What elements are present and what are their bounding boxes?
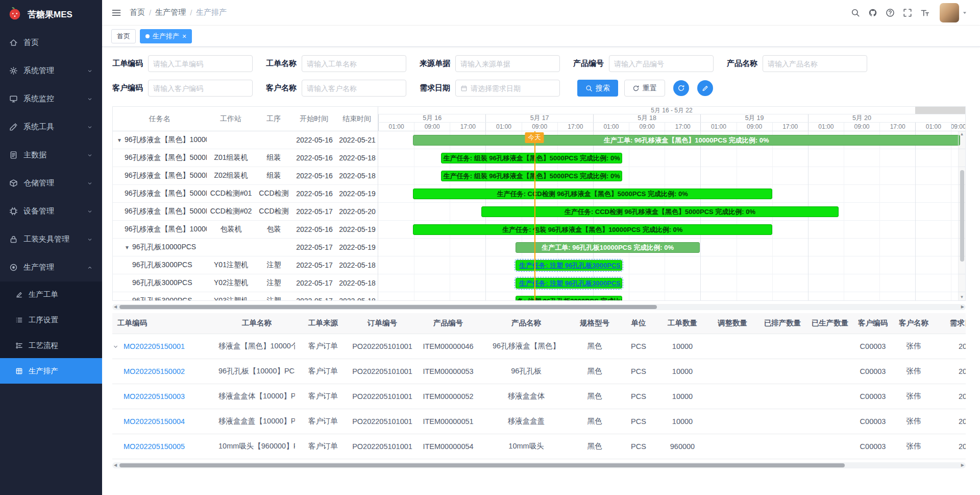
sidebar-item-production[interactable]: 生产管理 <box>0 253 102 281</box>
order-link[interactable]: MO202205150005 <box>124 442 185 451</box>
font-size-icon[interactable] <box>920 8 929 17</box>
demand-date-field[interactable] <box>455 80 560 97</box>
gantt-grid-row[interactable]: 96孔移液盒【黑色】5000PCSCCD检测#01CCD检测2022-05-16… <box>113 185 378 203</box>
gantt-grid-row[interactable]: 96孔孔板3000PCSY03注塑机注塑2022-05-172022-05-18 <box>113 292 378 300</box>
tab-scheduling[interactable]: 生产排产× <box>140 29 192 43</box>
scroll-left-icon[interactable]: ◀ <box>114 304 117 310</box>
tree-expand-icon[interactable]: ▼ <box>117 137 122 143</box>
grid-icon <box>15 367 23 375</box>
scrollbar-thumb[interactable] <box>119 305 657 309</box>
sidebar-item-warehouse[interactable]: 仓储管理 <box>0 169 102 197</box>
gantt-cell-start-time: 2022-05-17 <box>292 297 336 300</box>
sidebar-item-master-data[interactable]: 主数据 <box>0 141 102 169</box>
breadcrumb-item[interactable]: 生产管理 <box>155 8 186 17</box>
gantt-grid-row[interactable]: ▼96孔孔板10000PCS2022-05-172022-05-19 <box>113 239 378 256</box>
order-link[interactable]: MO202205150003 <box>124 392 185 400</box>
tab-home[interactable]: 首页 <box>111 29 136 43</box>
work-order-code-field[interactable] <box>148 55 253 72</box>
expand-row-icon[interactable] <box>112 343 124 350</box>
gantt-grid-row[interactable]: 96孔移液盒【黑色】10000PCS包装机包装2022-05-162022-05… <box>113 221 378 239</box>
order-link[interactable]: MO202205150002 <box>124 367 185 375</box>
customer-name-input[interactable] <box>307 84 401 92</box>
gantt-horizontal-scrollbar[interactable]: ◀ ▶ <box>112 304 966 310</box>
product-no-input[interactable] <box>614 60 708 68</box>
order-link[interactable]: MO202205150004 <box>124 417 185 426</box>
source-doc-input[interactable] <box>460 60 555 68</box>
scroll-down-icon[interactable]: ▼ <box>960 295 964 299</box>
sidebar-subitem-work-order[interactable]: 生产工单 <box>0 281 102 307</box>
close-tab-icon[interactable]: × <box>182 33 186 40</box>
gantt-bar[interactable]: 生产任务: 注塑 96孔孔板3000PCS 完成比例: 0% <box>516 296 622 300</box>
reset-button[interactable]: 重置 <box>624 80 665 97</box>
gantt-bar[interactable]: 生产任务: 组装 96孔移液盒【黑色】5000PCS 完成比例: 0% <box>441 153 622 163</box>
gantt-bar[interactable]: 生产任务: 组装 96孔移液盒【黑色】5000PCS 完成比例: 0% <box>441 171 622 181</box>
customer-code-field[interactable] <box>148 80 253 97</box>
gantt-bar[interactable]: 生产任务: 注塑 96孔孔板3000PCS 完成比例: 0% <box>516 278 622 289</box>
product-no-field[interactable] <box>609 55 714 72</box>
scrollbar-thumb[interactable] <box>119 463 845 467</box>
tree-expand-icon[interactable]: ▼ <box>125 245 130 250</box>
sidebar-item-system-monitor[interactable]: 系统监控 <box>0 85 102 113</box>
app-logo[interactable]: 苦糖果MES <box>0 0 102 29</box>
search-button[interactable]: 搜索 <box>577 80 618 97</box>
sidebar-item-home[interactable]: 首页 <box>0 29 102 57</box>
order-cell-qty: 10000 <box>657 359 707 384</box>
gantt-grid-row[interactable]: 96孔孔板3000PCSY01注塑机注塑2022-05-172022-05-18 <box>113 256 378 274</box>
scrollbar-thumb[interactable] <box>960 170 964 262</box>
gantt-grid-row[interactable]: 96孔移液盒【黑色】5000PCSZ02组装机组装2022-05-162022-… <box>113 167 378 185</box>
customer-name-field[interactable] <box>302 80 406 97</box>
user-menu[interactable] <box>940 3 971 22</box>
order-row[interactable]: MO202205150004移液盒盒盖【10000】PCS客户订单PO20220… <box>112 409 966 434</box>
work-order-name-input[interactable] <box>307 60 401 68</box>
scale-hour: 01:00 <box>700 123 736 131</box>
scroll-up-icon[interactable]: ▲ <box>960 132 964 136</box>
sidebar-item-tooling[interactable]: 工装夹具管理 <box>0 225 102 253</box>
breadcrumb-item[interactable]: 首页 <box>130 8 145 17</box>
orders-column-header: 工单数量 <box>657 313 707 334</box>
gantt-grid-row[interactable]: ▼96孔移液盒【黑色】10000PCS2022-05-162022-05-21 <box>113 131 378 149</box>
github-icon[interactable] <box>868 8 877 17</box>
work-order-code-input[interactable] <box>153 60 248 68</box>
orders-horizontal-scrollbar[interactable]: ◀ ▶ <box>112 462 966 468</box>
work-order-name-field[interactable] <box>302 55 406 72</box>
sidebar: 苦糖果MES 首页系统管理系统监控系统工具主数据仓储管理设备管理工装夹具管理生产… <box>0 0 102 495</box>
sidebar-subitem-process-setting[interactable]: 工序设置 <box>0 307 102 333</box>
gantt-bar[interactable]: 生产任务: 注塑 96孔孔板3000PCS 完成比例: 0% <box>516 260 622 271</box>
avatar[interactable] <box>940 3 959 22</box>
gantt-bar[interactable]: 生产任务: CCD检测 96孔移液盒【黑色】5000PCS 完成比例: 0% <box>413 188 772 199</box>
sidebar-subitem-process-flow[interactable]: 工艺流程 <box>0 333 102 358</box>
gantt-grid-row[interactable]: 96孔移液盒【黑色】5000PCSZ01组装机组装2022-05-162022-… <box>113 149 378 167</box>
sidebar-item-equipment[interactable]: 设备管理 <box>0 197 102 225</box>
customer-code-input[interactable] <box>153 84 248 92</box>
gantt-bar[interactable]: 生产工单: 96孔孔板10000PCS 完成比例: 0% <box>516 242 700 253</box>
scroll-right-icon[interactable]: ▶ <box>961 304 964 310</box>
scroll-right-icon[interactable]: ▶ <box>961 462 964 468</box>
product-name-field[interactable] <box>763 55 867 72</box>
gantt-bar[interactable]: 生产任务: 包装 96孔移液盒【黑色】10000PCS 完成比例: 0% <box>413 224 772 235</box>
order-link[interactable]: MO202205150001 <box>124 342 185 350</box>
sidebar-subitem-scheduling[interactable]: 生产排产 <box>0 358 102 384</box>
sidebar-item-system-admin[interactable]: 系统管理 <box>0 57 102 85</box>
source-doc-field[interactable] <box>455 55 560 72</box>
sidebar-item-system-tools[interactable]: 系统工具 <box>0 113 102 141</box>
order-row[interactable]: MO20220515000510mm吸头【960000】PCS客户订单PO202… <box>112 434 966 459</box>
sidebar-toggle-icon[interactable] <box>111 8 121 18</box>
product-name-input[interactable] <box>768 60 862 68</box>
refresh-button[interactable] <box>673 80 689 96</box>
help-icon[interactable] <box>886 8 895 17</box>
demand-date-input[interactable] <box>471 84 555 92</box>
fullscreen-icon[interactable] <box>903 8 912 17</box>
order-cell-produced_qty <box>807 384 852 409</box>
search-icon[interactable] <box>851 8 860 17</box>
gantt-bar[interactable]: 生产工单: 96孔移液盒【黑色】10000PCS 完成比例: 0% <box>413 135 960 146</box>
sidebar-item-label: 系统监控 <box>23 94 81 104</box>
order-row[interactable]: MO202205150003移液盒盒体【10000】PCS客户订单PO20220… <box>112 384 966 409</box>
gantt-grid-row[interactable]: 96孔移液盒【黑色】5000PCSCCD检测#02CCD检测2022-05-17… <box>113 203 378 221</box>
order-row[interactable]: MO20220515000296孔孔板【10000】PCS客户订单PO20220… <box>112 359 966 384</box>
edit-schedule-button[interactable] <box>697 80 713 96</box>
scroll-left-icon[interactable]: ◀ <box>114 462 117 468</box>
gantt-vertical-scrollbar[interactable]: ▲ ▼ <box>958 131 965 300</box>
tabs-bar: 首页生产排产× <box>102 26 980 47</box>
order-row[interactable]: MO202205150001移液盒【黑色】10000个客户订单PO2022051… <box>112 334 966 359</box>
gantt-grid-row[interactable]: 96孔孔板3000PCSY02注塑机注塑2022-05-172022-05-18 <box>113 274 378 292</box>
